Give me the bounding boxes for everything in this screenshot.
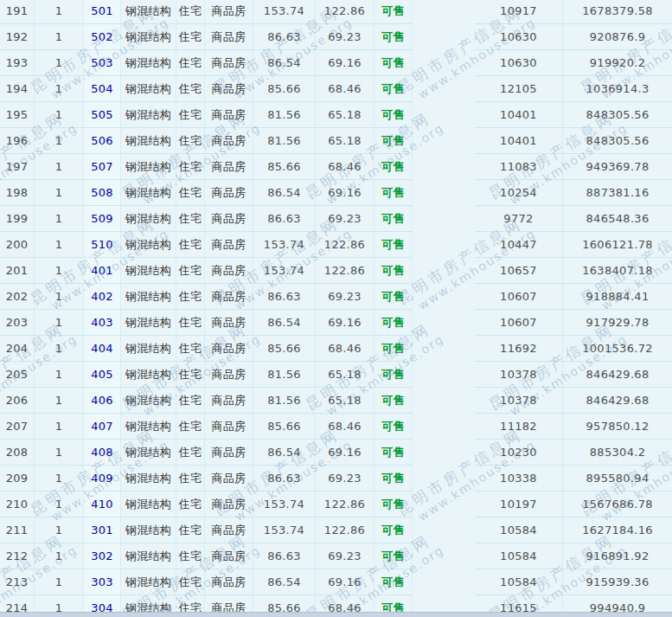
table-row: 1931503钢混结构住宅商品房86.5469.16可售 [0, 50, 413, 76]
cell-building: 1 [35, 492, 84, 517]
cell-structure: 钢混结构 [121, 102, 176, 127]
cell-inner-area: 65.18 [316, 362, 374, 387]
cell-unit[interactable]: 403 [84, 310, 121, 335]
cell-seq: 192 [0, 24, 35, 49]
cell-total-price: 1567686.78 [562, 492, 672, 517]
cell-status: 可售 [374, 24, 413, 49]
cell-seq: 198 [0, 180, 35, 205]
cell-status: 可售 [374, 128, 413, 153]
cell-total-price: 918884.41 [562, 284, 672, 309]
table-row: 10401848305.56 [475, 128, 672, 154]
cell-unit-price: 9772 [475, 206, 562, 231]
cell-structure: 钢混结构 [121, 76, 176, 101]
cell-seq: 210 [0, 492, 35, 517]
cell-unit[interactable]: 504 [84, 76, 121, 101]
cell-inner-area: 122.86 [316, 258, 374, 283]
cell-inner-area: 69.16 [316, 440, 374, 465]
cell-category: 商品房 [205, 0, 253, 23]
cell-unit[interactable]: 407 [84, 414, 121, 439]
cell-structure: 钢混结构 [121, 362, 176, 387]
cell-inner-area: 69.23 [316, 284, 374, 309]
cell-seq: 213 [0, 569, 35, 595]
cell-structure: 钢混结构 [121, 336, 176, 361]
cell-unit[interactable]: 508 [84, 180, 121, 205]
cell-unit[interactable]: 507 [84, 154, 121, 179]
cell-inner-area: 68.46 [316, 154, 374, 179]
cell-usage: 住宅 [176, 440, 205, 465]
cell-unit[interactable]: 509 [84, 206, 121, 231]
cell-unit[interactable]: 506 [84, 128, 121, 153]
cell-category: 商品房 [205, 154, 253, 179]
cell-structure: 钢混结构 [121, 180, 176, 205]
cell-unit[interactable]: 408 [84, 440, 121, 465]
cell-unit[interactable]: 303 [84, 569, 121, 595]
cell-seq: 195 [0, 102, 35, 127]
table-row: 1991509钢混结构住宅商品房86.6369.23可售 [0, 206, 413, 232]
cell-seq: 191 [0, 0, 35, 23]
table-row: 2091409钢混结构住宅商品房86.6369.23可售 [0, 466, 413, 492]
cell-unit-price: 10630 [475, 50, 562, 75]
cell-unit[interactable]: 501 [84, 0, 121, 23]
cell-area: 153.74 [253, 258, 316, 283]
table-row: 10607918884.41 [475, 284, 672, 310]
table-row: 10584916891.92 [475, 543, 672, 569]
cell-unit[interactable]: 406 [84, 388, 121, 413]
table-row: 1971507钢混结构住宅商品房85.6668.46可售 [0, 154, 413, 180]
cell-unit-price: 10230 [475, 440, 562, 465]
cell-unit[interactable]: 402 [84, 284, 121, 309]
cell-status: 可售 [374, 310, 413, 335]
cell-unit[interactable]: 301 [84, 517, 121, 543]
cell-building: 1 [35, 466, 84, 491]
cell-seq: 199 [0, 206, 35, 231]
cell-area: 86.63 [253, 206, 316, 231]
table-row: 2031403钢混结构住宅商品房86.5469.16可售 [0, 310, 413, 336]
cell-total-price: 1627184.16 [562, 517, 672, 543]
cell-total-price: 846429.68 [562, 362, 672, 387]
table-row: 2131303钢混结构住宅商品房86.5469.16可售 [0, 569, 413, 595]
table-row: 1951505钢混结构住宅商品房81.5665.18可售 [0, 102, 413, 128]
table-row: 109171678379.58 [475, 0, 672, 24]
cell-unit[interactable]: 502 [84, 24, 121, 49]
cell-building: 1 [35, 128, 84, 153]
cell-total-price: 1036914.3 [562, 76, 672, 101]
cell-status: 可售 [374, 232, 413, 257]
cell-usage: 住宅 [176, 492, 205, 517]
cell-usage: 住宅 [176, 50, 205, 75]
cell-unit[interactable]: 401 [84, 258, 121, 283]
cell-unit[interactable]: 410 [84, 492, 121, 517]
cell-status: 可售 [374, 466, 413, 491]
cell-usage: 住宅 [176, 206, 205, 231]
cell-seq: 206 [0, 388, 35, 413]
cell-seq: 208 [0, 440, 35, 465]
cell-category: 商品房 [205, 414, 253, 439]
table-row: 2041404钢混结构住宅商品房85.6668.46可售 [0, 336, 413, 362]
cell-usage: 住宅 [176, 466, 205, 491]
cell-inner-area: 65.18 [316, 388, 374, 413]
cell-area: 86.54 [253, 569, 316, 595]
cell-status: 可售 [374, 492, 413, 517]
cell-unit[interactable]: 503 [84, 50, 121, 75]
cell-category: 商品房 [205, 232, 253, 257]
cell-structure: 钢混结构 [121, 517, 176, 543]
cell-unit[interactable]: 510 [84, 232, 121, 257]
cell-unit[interactable]: 409 [84, 466, 121, 491]
cell-unit[interactable]: 404 [84, 336, 121, 361]
cell-inner-area: 68.46 [316, 414, 374, 439]
cell-structure: 钢混结构 [121, 466, 176, 491]
cell-area: 81.56 [253, 362, 316, 387]
cell-total-price: 917929.78 [562, 310, 672, 335]
cell-total-price: 957850.12 [562, 414, 672, 439]
cell-unit[interactable]: 505 [84, 102, 121, 127]
cell-area: 86.54 [253, 180, 316, 205]
cell-status: 可售 [374, 440, 413, 465]
cell-structure: 钢混结构 [121, 128, 176, 153]
cell-unit[interactable]: 302 [84, 543, 121, 569]
table-row: 2071407钢混结构住宅商品房85.6668.46可售 [0, 414, 413, 440]
cell-inner-area: 69.23 [316, 543, 374, 569]
cell-area: 153.74 [253, 517, 316, 543]
cell-building: 1 [35, 440, 84, 465]
cell-unit-price: 11083 [475, 154, 562, 179]
cell-unit[interactable]: 405 [84, 362, 121, 387]
table-row: 10630919920.2 [475, 50, 672, 76]
cell-inner-area: 69.16 [316, 569, 374, 595]
